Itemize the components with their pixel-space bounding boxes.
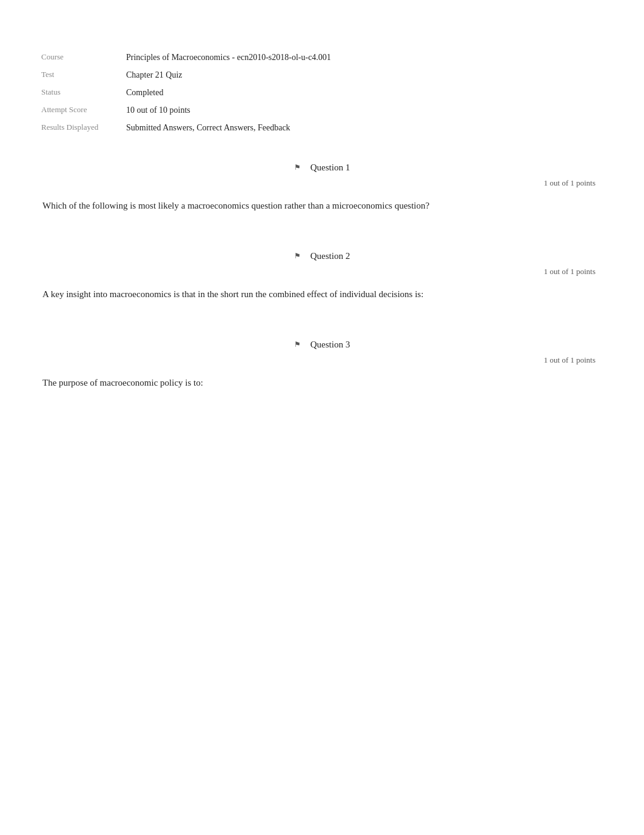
flag-icon-1: ⚑	[294, 162, 301, 173]
flag-icon-2: ⚑	[294, 250, 301, 261]
question-header-row-3: ⚑ Question 3	[36, 338, 608, 352]
points-label-1: 1 out of 1 points	[36, 177, 608, 189]
page-container: Course Principles of Macroeconomics - ec…	[0, 0, 644, 463]
info-table: Course Principles of Macroeconomics - ec…	[36, 49, 336, 136]
question-header-inner-2: ⚑ Question 2	[294, 249, 350, 263]
question-section-3: ⚑ Question 3 1 out of 1 points The purpo…	[36, 338, 608, 390]
question-section-2: ⚑ Question 2 1 out of 1 points A key ins…	[36, 249, 608, 301]
status-label: Status	[36, 84, 121, 101]
question-text-3: The purpose of macroeconomic policy is t…	[36, 375, 449, 390]
question-text-1: Which of the following is most likely a …	[36, 198, 449, 213]
attempt-score-label: Attempt Score	[36, 101, 121, 119]
question-text-2: A key insight into macroeconomics is tha…	[36, 287, 449, 301]
question-header-row-1: ⚑ Question 1	[36, 161, 608, 175]
question-header-inner-3: ⚑ Question 3	[294, 338, 350, 352]
questions-container: ⚑ Question 1 1 out of 1 points Which of …	[36, 161, 608, 390]
results-displayed-value: Submitted Answers, Correct Answers, Feed…	[121, 119, 336, 136]
question-header-row-2: ⚑ Question 2	[36, 249, 608, 263]
points-label-2: 1 out of 1 points	[36, 266, 608, 278]
question-title-3: Question 3	[310, 338, 350, 352]
question-header-inner-1: ⚑ Question 1	[294, 161, 350, 175]
test-label: Test	[36, 66, 121, 84]
question-section-1: ⚑ Question 1 1 out of 1 points Which of …	[36, 161, 608, 213]
attempt-score-value: 10 out of 10 points	[121, 101, 336, 119]
question-title-1: Question 1	[310, 161, 350, 175]
flag-icon-3: ⚑	[294, 339, 301, 350]
course-label: Course	[36, 49, 121, 66]
test-value: Chapter 21 Quiz	[121, 66, 336, 84]
points-label-3: 1 out of 1 points	[36, 354, 608, 366]
results-displayed-label: Results Displayed	[36, 119, 121, 136]
course-value: Principles of Macroeconomics - ecn2010-s…	[121, 49, 336, 66]
status-value: Completed	[121, 84, 336, 101]
question-title-2: Question 2	[310, 249, 350, 263]
